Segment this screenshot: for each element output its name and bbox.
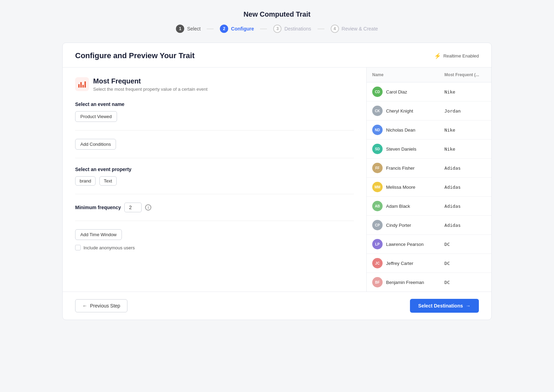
- step-1-num: 1: [176, 25, 184, 33]
- user-cell-td: CD Carol Diaz: [367, 82, 439, 101]
- step-1[interactable]: 1 Select: [170, 25, 207, 33]
- main-card: Configure and Preview Your Trait ⚡ Realt…: [62, 43, 492, 320]
- step-3-label: Destinations: [284, 26, 311, 32]
- user-cell: SD Steven Daniels: [372, 144, 434, 154]
- page-title: New Computed Trait: [243, 10, 310, 18]
- value-cell: Adidas: [439, 159, 491, 178]
- card-header-title: Configure and Preview Your Trait: [75, 51, 195, 60]
- avatar: CD: [372, 87, 383, 97]
- avatar: JC: [372, 258, 383, 268]
- bar-chart-icon: [78, 81, 86, 88]
- step-2[interactable]: 2 Configure: [214, 25, 260, 33]
- avatar: MM: [372, 182, 383, 192]
- next-arrow-icon: →: [466, 303, 471, 309]
- user-cell: ND Nicholas Dean: [372, 125, 434, 135]
- table-row: BF Benjamin Freeman DC: [367, 273, 491, 292]
- user-name: Cindy Porter: [386, 223, 411, 228]
- step-3-num: 3: [273, 25, 282, 33]
- property-section: Select an event property brand Text: [75, 167, 354, 194]
- step-1-label: Select: [187, 26, 200, 32]
- step-4[interactable]: 4 Review & Create: [324, 25, 384, 33]
- user-cell-td: BF Benjamin Freeman: [367, 273, 439, 292]
- frequency-input[interactable]: [124, 203, 142, 212]
- table-row: SD Steven Daniels Nike: [367, 140, 491, 159]
- realtime-label: Realtime Enabled: [443, 53, 479, 59]
- value-cell: DC: [439, 254, 491, 273]
- frequency-row: Minimum frequency i: [75, 203, 354, 212]
- table-row: CD Carol Diaz Nike: [367, 82, 491, 101]
- step-divider-3: [318, 29, 324, 29]
- stepper: 1 Select 2 Configure 3 Destinations 4 Re…: [170, 25, 384, 33]
- user-name: Jeffrey Carter: [386, 261, 413, 266]
- user-name: Adam Black: [386, 204, 410, 209]
- event-name-label: Select an event name: [75, 101, 354, 107]
- col-value-header: Most Frequent (...: [439, 68, 491, 82]
- avatar: CK: [372, 106, 383, 116]
- value-cell: Adidas: [439, 197, 491, 216]
- user-name: Benjamin Freeman: [386, 280, 424, 285]
- preview-panel: Name Most Frequent (... CD Carol Diaz Ni…: [367, 68, 491, 292]
- avatar: SD: [372, 144, 383, 154]
- user-name: Cheryl Knight: [386, 108, 413, 114]
- anonymous-checkbox[interactable]: [75, 245, 81, 250]
- user-cell-td: SD Steven Daniels: [367, 140, 439, 159]
- frequency-label: Minimum frequency: [75, 205, 121, 210]
- step-3[interactable]: 3 Destinations: [267, 25, 317, 33]
- table-header-row: Name Most Frequent (...: [367, 68, 491, 82]
- event-name-button[interactable]: Product Viewed: [75, 111, 117, 122]
- value-cell: DC: [439, 235, 491, 254]
- previous-step-button[interactable]: ← Previous Step: [75, 299, 127, 312]
- user-cell: LP Lawrence Pearson: [372, 239, 434, 249]
- avatar: CP: [372, 220, 383, 230]
- user-name: Nicholas Dean: [386, 127, 416, 133]
- value-cell: Jordan: [439, 101, 491, 121]
- step-divider-1: [207, 29, 214, 29]
- preview-table: Name Most Frequent (... CD Carol Diaz Ni…: [367, 68, 491, 292]
- avatar: AB: [372, 201, 383, 211]
- trait-header: Most Frequent Select the most frequent p…: [75, 77, 354, 92]
- user-name: Carol Diaz: [386, 89, 407, 95]
- trait-icon: [75, 77, 89, 91]
- info-icon: i: [145, 204, 151, 211]
- select-destinations-button[interactable]: Select Destinations →: [410, 299, 479, 313]
- property-name-tag[interactable]: brand: [75, 176, 96, 186]
- table-row: CK Cheryl Knight Jordan: [367, 101, 491, 121]
- table-row: LP Lawrence Pearson DC: [367, 235, 491, 254]
- user-name: Steven Daniels: [386, 146, 416, 152]
- step-2-label: Configure: [231, 26, 254, 32]
- frequency-section: Minimum frequency i: [75, 203, 354, 221]
- user-cell: CP Cindy Porter: [372, 220, 434, 230]
- table-row: FF Francis Fisher Adidas: [367, 159, 491, 178]
- user-cell-td: AB Adam Black: [367, 197, 439, 216]
- bar-1: [78, 84, 80, 88]
- user-cell: FF Francis Fisher: [372, 163, 434, 173]
- bar-4: [84, 81, 86, 88]
- user-cell-td: LP Lawrence Pearson: [367, 235, 439, 254]
- step-4-label: Review & Create: [342, 26, 378, 32]
- value-cell: Nike: [439, 140, 491, 159]
- bar-3: [82, 85, 84, 88]
- avatar: ND: [372, 125, 383, 135]
- step-4-num: 4: [331, 25, 339, 33]
- trait-description: Select the most frequent property value …: [93, 87, 207, 92]
- card-header: Configure and Preview Your Trait ⚡ Realt…: [63, 43, 491, 68]
- user-cell: MM Melissa Moore: [372, 182, 434, 192]
- prev-btn-label: Previous Step: [90, 303, 120, 309]
- value-cell: DC: [439, 273, 491, 292]
- col-name-header: Name: [367, 68, 439, 82]
- event-name-section: Select an event name Product Viewed: [75, 101, 354, 131]
- table-row: CP Cindy Porter Adidas: [367, 216, 491, 235]
- bar-2: [80, 82, 82, 88]
- user-cell: BF Benjamin Freeman: [372, 277, 434, 287]
- user-cell-td: ND Nicholas Dean: [367, 121, 439, 140]
- next-btn-label: Select Destinations: [418, 303, 463, 309]
- left-panel: Most Frequent Select the most frequent p…: [63, 68, 367, 292]
- user-cell: CD Carol Diaz: [372, 87, 434, 97]
- anonymous-row: Include anonymous users: [75, 245, 354, 250]
- property-type-tag[interactable]: Text: [99, 176, 117, 186]
- add-conditions-button[interactable]: Add Conditions: [75, 139, 116, 150]
- property-label: Select an event property: [75, 167, 354, 172]
- user-cell-td: MM Melissa Moore: [367, 178, 439, 197]
- trait-name: Most Frequent: [93, 77, 207, 85]
- add-time-window-button[interactable]: Add Time Window: [75, 229, 122, 240]
